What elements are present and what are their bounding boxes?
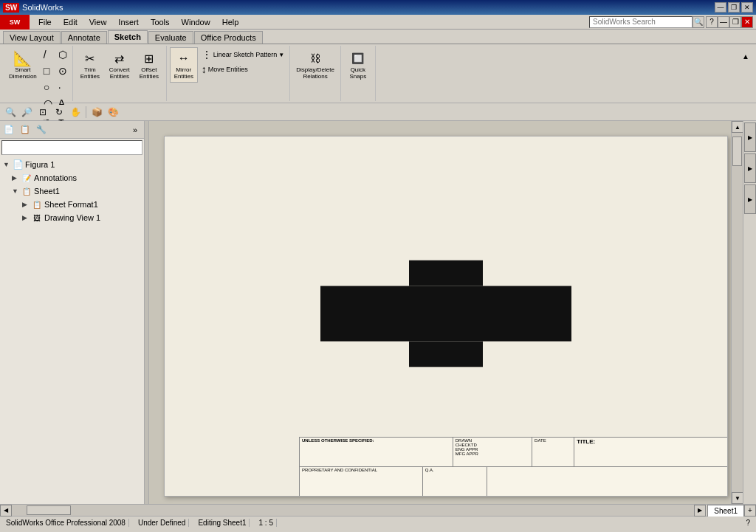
polygon-tool[interactable]: ⬡: [56, 47, 69, 62]
rotate-view-button[interactable]: ↻: [52, 105, 66, 120]
right-sidebar-btn1[interactable]: ▶: [744, 122, 756, 152]
title-block-title-cell: TITLE:: [574, 438, 727, 466]
canvas-area: UNLESS OTHERWISE SPECIFIED: DRAWN CHECKT…: [149, 121, 743, 504]
minimize-app-button[interactable]: —: [718, 16, 729, 28]
figura1-label: Figura 1: [25, 160, 55, 169]
zoom-fit-button[interactable]: ⊡: [35, 105, 50, 120]
add-sheet-button[interactable]: +: [744, 505, 756, 517]
title-bar-controls: — ❐ ✕: [715, 2, 753, 13]
search-button[interactable]: 🔍: [693, 16, 704, 28]
tree-item-figura1[interactable]: ▼ 📄 Figura 1: [0, 158, 144, 171]
menu-file[interactable]: File: [32, 16, 58, 28]
smart-dimension-button[interactable]: 📐 SmartDimension: [6, 47, 40, 83]
tab-annotate[interactable]: Annotate: [61, 31, 107, 44]
feature-tree: ▼ 📄 Figura 1 ▶ 📝 Annotations ▼ 📋 Sheet1 …: [0, 156, 144, 504]
title-block-footer-row: PROPRIETARY AND CONFIDENTIAL Q.A.: [300, 467, 727, 496]
linear-pattern-dropdown-icon[interactable]: ▼: [278, 52, 284, 58]
sidebar-btn3[interactable]: 🔧: [34, 122, 49, 137]
scroll-down-button[interactable]: ▼: [732, 492, 743, 504]
convert-entities-button[interactable]: ⇄ ConvertEntities: [106, 47, 134, 83]
title-block-date-cell: DATE: [532, 438, 574, 466]
menu-view[interactable]: View: [83, 16, 113, 28]
offset-entities-button[interactable]: ⊞ OffsetEntities: [135, 47, 163, 83]
rectangle-tool[interactable]: □: [41, 63, 55, 78]
date-header: DATE: [535, 438, 546, 443]
under-defined-status: Under Defined: [135, 519, 189, 527]
sw-logo-small: SW: [3, 3, 19, 13]
sidebar-expand-button[interactable]: »: [128, 122, 142, 137]
search-input[interactable]: [589, 16, 693, 28]
display-style-button[interactable]: 🎨: [106, 105, 120, 120]
ribbon-group-snaps-content: 🔲 QuickSnaps: [344, 47, 372, 100]
trim-entities-button[interactable]: ✂ TrimEntities: [76, 47, 104, 83]
mirror-entities-button[interactable]: ↔ MirrorEntities: [170, 47, 198, 83]
rectangle-icon: □: [44, 65, 49, 77]
right-sidebar-btn3[interactable]: ▶: [744, 184, 756, 214]
cross-svg: [320, 260, 571, 367]
view-options-button[interactable]: 📦: [89, 105, 104, 120]
zoom-in-button[interactable]: 🔍: [3, 105, 18, 120]
sheet-format1-label: Sheet Format1: [44, 200, 98, 209]
menu-insert[interactable]: Insert: [112, 16, 145, 28]
menu-edit[interactable]: Edit: [58, 16, 83, 28]
menu-window[interactable]: Window: [176, 16, 216, 28]
title-text: SolidWorks: [22, 3, 63, 12]
ellipse-icon: ⊙: [58, 65, 67, 77]
trim-entities-icon: ✂: [81, 49, 99, 67]
restore-button[interactable]: ❐: [728, 2, 740, 13]
tree-item-annotations[interactable]: ▶ 📝 Annotations: [0, 171, 144, 184]
linear-sketch-pattern-label: Linear Sketch Pattern: [213, 51, 278, 58]
point-tool[interactable]: ·: [56, 80, 69, 94]
display-delete-relations-icon: ⛓: [306, 49, 324, 67]
line-tool[interactable]: /: [41, 47, 55, 62]
pan-button[interactable]: ✋: [68, 105, 83, 120]
minimize-button[interactable]: —: [715, 2, 726, 13]
sidebar-search-input[interactable]: [4, 144, 140, 152]
scroll-track: [732, 133, 743, 492]
sidebar-btn1[interactable]: 📄: [1, 122, 16, 137]
drawing-sheet: UNLESS OTHERWISE SPECIFIED: DRAWN CHECKT…: [164, 136, 728, 497]
linear-sketch-pattern-button[interactable]: ⋮ Linear Sketch Pattern ▼: [199, 47, 286, 62]
move-entities-label: Move Entities: [208, 66, 248, 73]
scroll-right-button[interactable]: ▶: [694, 505, 706, 517]
ribbon-expand-button[interactable]: ▲: [738, 49, 753, 63]
tree-item-sheet-format1[interactable]: ▶ 📋 Sheet Format1: [0, 198, 144, 211]
title-bar: SW SolidWorks — ❐ ✕: [0, 0, 756, 15]
tab-sketch[interactable]: Sketch: [108, 30, 148, 44]
zoom-out-button[interactable]: 🔎: [19, 105, 34, 120]
quick-snaps-button[interactable]: 🔲 QuickSnaps: [344, 47, 372, 83]
title-block-header-row: UNLESS OTHERWISE SPECIFIED: DRAWN CHECKT…: [300, 438, 727, 467]
ellipse-tool[interactable]: ⊙: [56, 63, 69, 78]
extra-cell: [487, 467, 727, 496]
sidebar: 📄 📋 🔧 » ▼ 📄 Figura 1 ▶ 📝 Annotations ▼: [0, 121, 145, 504]
move-entities-icon: ↕: [202, 63, 207, 75]
scroll-up-button[interactable]: ▲: [732, 121, 743, 133]
restore-app-button[interactable]: ❐: [729, 16, 741, 28]
menu-help[interactable]: Help: [216, 16, 245, 28]
scroll-left-button[interactable]: ◀: [0, 505, 12, 517]
help-button[interactable]: ?: [706, 16, 718, 28]
ribbon-expand: ▲: [738, 46, 753, 101]
tab-view-layout[interactable]: View Layout: [3, 31, 61, 44]
move-entities-button[interactable]: ↕ Move Entities: [199, 62, 286, 77]
hscroll-thumb[interactable]: [27, 505, 71, 515]
right-sidebar-btn2[interactable]: ▶: [744, 153, 756, 183]
sidebar-btn2[interactable]: 📋: [18, 122, 32, 137]
display-delete-relations-button[interactable]: ⛓ Display/DeleteRelations: [293, 47, 337, 83]
tree-item-drawing-view1[interactable]: ▶ 🖼 Drawing View 1: [0, 211, 144, 224]
search-bar: 🔍 ? — ❐ ✕: [589, 16, 753, 28]
help-status[interactable]: ?: [743, 519, 753, 527]
tab-office-products[interactable]: Office Products: [194, 31, 263, 44]
point-icon: ·: [58, 81, 61, 93]
sheet1-expander: ▼: [12, 187, 21, 195]
close-app-button[interactable]: ✕: [741, 16, 753, 28]
svg-rect-0: [409, 260, 483, 286]
tree-item-sheet1[interactable]: ▼ 📋 Sheet1: [0, 184, 144, 198]
circle-tool[interactable]: ○: [41, 80, 55, 94]
sheet1-tab[interactable]: Sheet1: [707, 505, 744, 517]
right-sidebar: ▶ ▶ ▶: [743, 121, 756, 504]
tab-evaluate[interactable]: Evaluate: [148, 31, 193, 44]
menu-tools[interactable]: Tools: [145, 16, 176, 28]
close-button[interactable]: ✕: [741, 2, 753, 13]
scroll-thumb[interactable]: [732, 137, 742, 166]
